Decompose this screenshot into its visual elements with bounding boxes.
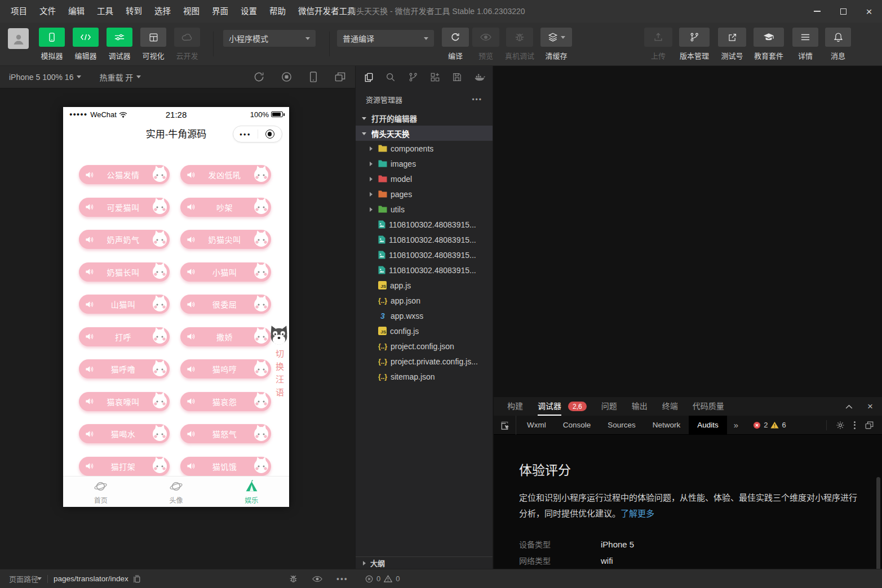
tab-home[interactable]: 首页 xyxy=(63,476,139,507)
sound-button[interactable]: 小猫叫 xyxy=(180,262,271,282)
sound-button[interactable]: 撒娇 xyxy=(180,327,271,346)
page-path-value[interactable]: pages/translator/index xyxy=(54,574,128,583)
tree-file[interactable]: 1108100302.48083915... xyxy=(356,217,493,232)
sound-button[interactable]: 猫哀怨 xyxy=(180,392,271,411)
undock-icon[interactable] xyxy=(865,421,874,430)
tree-file[interactable]: JSconfig.js xyxy=(356,323,493,338)
tree-folder-components[interactable]: components xyxy=(356,141,493,156)
tree-folder-pages[interactable]: pages xyxy=(356,186,493,202)
exit-miniprogram-button[interactable] xyxy=(258,126,282,142)
tab-build[interactable]: 构建 xyxy=(507,397,523,416)
maximize-button[interactable] xyxy=(830,0,856,23)
gear-icon[interactable] xyxy=(836,421,845,430)
sound-button[interactable]: 猫怒气 xyxy=(180,424,271,443)
kebab-menu-icon[interactable] xyxy=(854,421,856,429)
education-suite-button[interactable]: 教育套件 xyxy=(750,28,788,61)
vconsole-icon[interactable] xyxy=(289,574,298,583)
device-frame-icon[interactable] xyxy=(308,71,318,83)
sound-button[interactable]: 猫呜哼 xyxy=(180,359,271,378)
tree-file[interactable]: {..}project.private.config.js... xyxy=(356,354,493,369)
tree-folder-utils[interactable]: utils xyxy=(356,202,493,217)
menu-goto[interactable]: 转到 xyxy=(119,0,148,23)
source-control-icon[interactable] xyxy=(407,72,419,83)
tree-file[interactable]: 3app.wxss xyxy=(356,308,493,323)
ellipsis-icon[interactable]: ••• xyxy=(336,574,348,583)
tab-code-quality[interactable]: 代码质量 xyxy=(693,397,724,416)
sound-button[interactable]: 打呼 xyxy=(79,327,170,346)
menu-file[interactable]: 文件 xyxy=(33,0,62,23)
record-icon[interactable] xyxy=(281,71,292,83)
menu-select[interactable]: 选择 xyxy=(148,0,177,23)
sound-button[interactable]: 公猫发情 xyxy=(79,165,170,184)
tab-terminal[interactable]: 终端 xyxy=(662,397,678,416)
tree-file[interactable]: {..}app.json xyxy=(356,293,493,308)
menu-tools[interactable]: 工具 xyxy=(91,0,119,23)
tree-file[interactable]: JSapp.js xyxy=(356,278,493,293)
switch-language-label[interactable]: 切换汪语 xyxy=(273,349,285,401)
editor-tool-button[interactable]: 编辑器 xyxy=(69,28,103,61)
element-picker-icon[interactable] xyxy=(494,416,516,435)
compile-button[interactable]: 编译 xyxy=(441,28,470,61)
sound-button[interactable]: 奶猫长叫 xyxy=(79,262,170,282)
reload-icon[interactable] xyxy=(253,71,265,83)
tree-section-open-editors[interactable]: 打开的编辑器 xyxy=(356,110,493,126)
copy-icon[interactable] xyxy=(133,574,141,583)
messages-button[interactable]: 消息 xyxy=(824,28,852,61)
more-tabs-icon[interactable]: » xyxy=(727,420,745,430)
mode-select[interactable]: 小程序模式 xyxy=(223,30,316,47)
devtools-tab-sources[interactable]: Sources xyxy=(599,416,644,435)
sound-button[interactable]: 发凶低吼 xyxy=(180,165,271,184)
sound-button[interactable]: 猫饥饿 xyxy=(180,457,271,476)
search-icon[interactable] xyxy=(385,72,396,83)
whale-icon[interactable] xyxy=(474,72,485,83)
learn-more-link[interactable]: 了解更多 xyxy=(620,509,654,518)
details-button[interactable]: 详情 xyxy=(791,28,819,61)
sound-button[interactable]: 山猫叫 xyxy=(79,295,170,314)
sound-button[interactable]: 吵架 xyxy=(180,198,271,217)
devtools-tab-wxml[interactable]: Wxml xyxy=(518,416,555,435)
simulator-tool-button[interactable]: 模拟器 xyxy=(35,28,69,61)
menu-view[interactable]: 视图 xyxy=(177,0,206,23)
sound-button[interactable]: 猫打架 xyxy=(79,457,170,476)
sound-button[interactable]: 猫哀嚎叫 xyxy=(79,392,170,411)
menu-edit[interactable]: 编辑 xyxy=(62,0,91,23)
tab-debugger[interactable]: 调试器 xyxy=(538,397,561,416)
tab-problems[interactable]: 问题 xyxy=(601,397,617,416)
devtools-tab-audits[interactable]: Audits xyxy=(689,416,727,435)
tree-file[interactable]: 1108100302.48083915... xyxy=(356,262,493,278)
tree-file[interactable]: {..}project.config.json xyxy=(356,338,493,354)
sound-button[interactable]: 奶猫尖叫 xyxy=(180,230,271,249)
files-icon[interactable] xyxy=(363,72,374,83)
sound-button[interactable]: 奶声奶气 xyxy=(79,230,170,249)
sound-button[interactable]: 猫呼噜 xyxy=(79,359,170,378)
menu-project[interactable]: 项目 xyxy=(5,0,33,23)
sound-button[interactable]: 可爱猫叫 xyxy=(79,198,170,217)
debugger-tool-button[interactable]: 调试器 xyxy=(103,28,136,61)
compile-mode-select[interactable]: 普通编译 xyxy=(337,30,434,47)
problem-counts[interactable]: 0 0 xyxy=(365,574,400,583)
close-button[interactable]: × xyxy=(856,0,882,23)
scrollbar[interactable] xyxy=(876,477,880,569)
more-actions-icon[interactable]: ••• xyxy=(472,96,482,104)
close-panel-icon[interactable]: × xyxy=(867,402,873,411)
tree-folder-model[interactable]: model xyxy=(356,171,493,186)
tab-output[interactable]: 输出 xyxy=(632,397,648,416)
avatar[interactable] xyxy=(8,28,29,49)
extensions-icon[interactable] xyxy=(429,72,441,83)
visualization-tool-button[interactable]: 可视化 xyxy=(136,28,170,61)
save-icon[interactable] xyxy=(451,72,463,83)
page-path-label[interactable]: 页面路径 xyxy=(9,573,38,584)
test-account-button[interactable]: 测试号 xyxy=(716,28,748,61)
menu-interface[interactable]: 界面 xyxy=(206,0,234,23)
clear-cache-button[interactable]: 清缓存 xyxy=(539,28,574,61)
switch-dog-button[interactable] xyxy=(268,324,289,347)
tree-folder-images[interactable]: images xyxy=(356,156,493,171)
hot-reload-toggle[interactable]: 热重载 开 xyxy=(99,72,141,83)
eye-icon[interactable] xyxy=(312,576,322,582)
outline-section[interactable]: 大纲 xyxy=(356,556,493,569)
menu-help[interactable]: 帮助 xyxy=(263,0,292,23)
devtools-tab-console[interactable]: Console xyxy=(555,416,600,435)
devtools-tab-network[interactable]: Network xyxy=(644,416,689,435)
multi-window-icon[interactable] xyxy=(334,72,346,82)
device-select[interactable]: iPhone 5 100% 16 xyxy=(9,73,81,82)
